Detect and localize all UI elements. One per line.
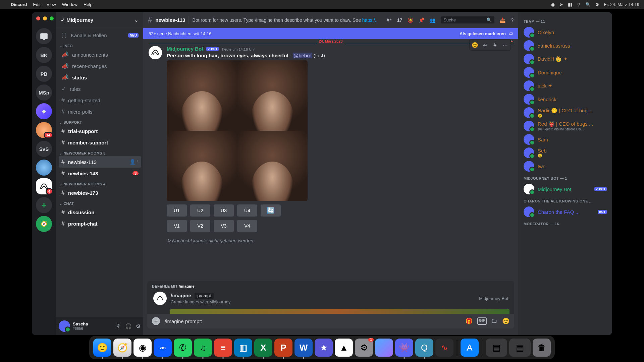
- headphones-icon[interactable]: 🎧: [125, 323, 132, 329]
- dock-zoom[interactable]: zm: [154, 339, 172, 357]
- reroll-button[interactable]: 🔄: [261, 204, 281, 217]
- attach-icon[interactable]: +: [152, 317, 160, 325]
- sidebar-category[interactable]: NEWCOMER ROOMS 4: [59, 179, 141, 187]
- dock-settings[interactable]: ⚙1: [355, 339, 373, 357]
- dock-todoist[interactable]: ≡: [214, 339, 232, 357]
- gear-icon[interactable]: ⚙: [136, 323, 141, 329]
- sidebar-category[interactable]: CHAT: [59, 198, 141, 206]
- battery-icon[interactable]: ▮▮: [568, 2, 573, 7]
- dock-trash[interactable]: 🗑: [533, 339, 551, 357]
- menubar-clock[interactable]: Fr. 24. März 14:19: [604, 2, 640, 7]
- dock-finder[interactable]: 🙂: [93, 339, 111, 357]
- notifications-muted-icon[interactable]: 🔕: [408, 17, 413, 23]
- dock-appstore[interactable]: A: [461, 339, 479, 357]
- rail-server-pb[interactable]: PB: [36, 66, 52, 82]
- pins-icon[interactable]: 📌: [419, 17, 424, 23]
- reply-icon[interactable]: ↩: [480, 40, 490, 50]
- menu-view[interactable]: View: [47, 2, 56, 7]
- inbox-icon[interactable]: 📥: [500, 17, 505, 23]
- grid-image-3[interactable]: [167, 131, 237, 201]
- menu-edit[interactable]: Edit: [33, 2, 40, 7]
- dock-voicememos[interactable]: ∿: [435, 339, 453, 357]
- sidebar-item-member-support[interactable]: #member-support: [59, 137, 141, 148]
- location-icon[interactable]: ➤: [559, 2, 563, 7]
- dock-recents-2[interactable]: ▤: [509, 339, 531, 357]
- emoji-icon[interactable]: 😊: [502, 317, 509, 325]
- rail-server-5[interactable]: 14: [36, 122, 52, 138]
- search-input[interactable]: Suche 🔍: [441, 16, 494, 23]
- member-item[interactable]: Cixelyn: [521, 25, 609, 39]
- dock-chrome[interactable]: ◉: [133, 339, 152, 357]
- input-text[interactable]: /imagine prompt:: [165, 318, 461, 324]
- member-bot[interactable]: Midjourney Bot ✓ BOT: [521, 182, 609, 196]
- member-item[interactable]: Sam: [521, 133, 609, 146]
- dock-discord[interactable]: 👾: [395, 339, 413, 357]
- sidebar-item-prompt-chat[interactable]: #prompt-chat: [59, 218, 141, 229]
- thread-icon[interactable]: #: [490, 40, 500, 50]
- gift-icon[interactable]: 🎁: [465, 317, 473, 325]
- help-icon[interactable]: ?: [511, 17, 514, 23]
- message-input[interactable]: + /imagine prompt: 🎁 GIF 🗂 😊: [147, 314, 514, 328]
- message-author[interactable]: Midjourney Bot: [167, 46, 203, 52]
- dock-whatsapp[interactable]: ✆: [174, 339, 192, 357]
- close-icon[interactable]: [36, 16, 40, 20]
- member-item[interactable]: DavidH 👑 ✦: [521, 52, 609, 66]
- react-icon[interactable]: 😊: [470, 40, 480, 50]
- u1-button[interactable]: U1: [167, 204, 187, 217]
- threads-icon[interactable]: #⁺: [387, 17, 392, 23]
- menubar-app-name[interactable]: Discord: [11, 2, 27, 7]
- u2-button[interactable]: U2: [190, 204, 210, 217]
- record-icon[interactable]: ◉: [551, 2, 555, 7]
- member-item[interactable]: danielrussruss: [521, 39, 609, 52]
- member-item[interactable]: Seb😏: [521, 146, 609, 160]
- bot-avatar[interactable]: [149, 46, 162, 59]
- v2-button[interactable]: V2: [190, 220, 210, 232]
- sidebar-item-rules[interactable]: ✓rules: [59, 83, 141, 95]
- v4-button[interactable]: V4: [237, 220, 257, 232]
- rail-home[interactable]: [36, 28, 52, 44]
- channels-and-roles[interactable]: ⫿⫿ Kanäle & Rollen NEU: [59, 29, 141, 41]
- member-item[interactable]: twn: [521, 160, 609, 173]
- image-grid[interactable]: [167, 60, 308, 201]
- rail-server-7[interactable]: [36, 160, 52, 176]
- mark-read-button[interactable]: Als gelesen markieren: [460, 31, 506, 36]
- grid-image-1[interactable]: [167, 60, 237, 131]
- dock-excel[interactable]: X: [254, 339, 272, 357]
- u4-button[interactable]: U4: [237, 204, 257, 217]
- sidebar-item-micro-polls[interactable]: #micro-polls: [59, 106, 141, 117]
- topic-link[interactable]: https:/..: [362, 17, 378, 23]
- sidebar-item-announcements[interactable]: 📣announcements: [59, 49, 141, 60]
- dock-recents-1[interactable]: ▤: [486, 339, 507, 357]
- more-icon[interactable]: ⋯: [500, 40, 510, 50]
- rail-explore[interactable]: 🧭: [36, 216, 52, 232]
- rail-server-msp[interactable]: MSp: [36, 84, 52, 101]
- v3-button[interactable]: V3: [214, 220, 234, 232]
- sticker-icon[interactable]: 🗂: [491, 317, 497, 325]
- sidebar-item-getting-started[interactable]: #getting-started: [59, 95, 141, 106]
- sidebar-item-trial-support[interactable]: #trial-support: [59, 125, 141, 137]
- u3-button[interactable]: U3: [214, 204, 234, 217]
- mention[interactable]: @bebro: [293, 53, 312, 58]
- member-item[interactable]: jack ✦: [521, 79, 609, 93]
- member-item[interactable]: kendrick: [521, 93, 609, 106]
- rail-add-server[interactable]: +: [36, 197, 52, 213]
- dock-trello[interactable]: ▥: [234, 339, 252, 357]
- rail-server-bk[interactable]: BK: [36, 47, 52, 63]
- add-person-icon[interactable]: 👤⁺: [129, 159, 139, 165]
- member-item[interactable]: Nadir 🤫 | CFO of bug...😕: [521, 106, 609, 119]
- rail-server-4[interactable]: ◆: [36, 103, 52, 119]
- dock-powerpoint[interactable]: P: [274, 339, 292, 357]
- v1-button[interactable]: V1: [167, 220, 187, 232]
- menu-window[interactable]: Window: [62, 2, 77, 7]
- dock-safari[interactable]: 🧭: [113, 339, 131, 357]
- server-header[interactable]: ✓ Midjourney ⌄: [56, 12, 143, 28]
- new-messages-banner[interactable]: 52+ neue Nachrichten seit 14:16 Als gele…: [143, 28, 518, 39]
- sidebar-item-newbies-143[interactable]: #newbies-1433: [59, 168, 141, 179]
- rail-server-svs[interactable]: SvS: [36, 141, 52, 157]
- sidebar-category[interactable]: SUPPORT: [59, 117, 141, 125]
- dock-word[interactable]: W: [294, 339, 313, 357]
- wifi-icon[interactable]: ⚲: [577, 2, 581, 7]
- sidebar-item-recent-changes[interactable]: 📣recent-changes: [59, 60, 141, 72]
- dock-drive[interactable]: ▲: [335, 339, 353, 357]
- autocomplete-item[interactable]: /imagine prompt Create images with Midjo…: [152, 288, 509, 309]
